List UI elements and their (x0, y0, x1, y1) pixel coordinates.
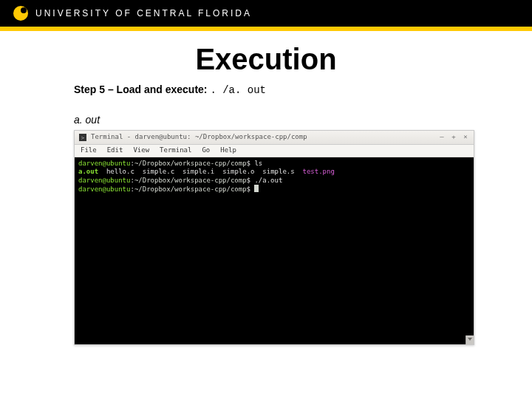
terminal-window: ＞ Terminal - darven@ubuntu: ~/Dropbox/wo… (74, 130, 474, 345)
ucf-logo-icon (13, 6, 28, 21)
terminal-line: a.out hello.c simple.c simple.i simple.o… (78, 168, 470, 176)
window-maximize-button[interactable]: + (450, 133, 457, 141)
slide-title: Execution (30, 43, 502, 76)
terminal-title-text: Terminal - darven@ubuntu: ~/Dropbox/work… (91, 133, 434, 141)
window-minimize-button[interactable]: – (438, 133, 446, 141)
terminal-scrollbar[interactable] (466, 335, 474, 344)
university-header: UNIVERSITY OF CENTRAL FLORIDA (0, 0, 532, 27)
terminal-icon: ＞ (79, 134, 86, 141)
menu-terminal[interactable]: Terminal (160, 146, 191, 154)
terminal-content[interactable]: darven@ubuntu:~/Dropbox/workspace-cpp/co… (75, 157, 474, 344)
terminal-cursor (254, 185, 259, 192)
terminal-menubar: File Edit View Terminal Go Help (75, 145, 474, 157)
file-label: a. out (74, 114, 502, 126)
menu-file[interactable]: File (81, 146, 97, 154)
menu-go[interactable]: Go (202, 146, 210, 154)
menu-view[interactable]: View (133, 146, 149, 154)
terminal-titlebar[interactable]: ＞ Terminal - darven@ubuntu: ~/Dropbox/wo… (75, 131, 474, 145)
university-name: UNIVERSITY OF CENTRAL FLORIDA (35, 8, 252, 18)
menu-edit[interactable]: Edit (107, 146, 123, 154)
terminal-line: darven@ubuntu:~/Dropbox/workspace-cpp/co… (78, 185, 470, 194)
terminal-line: darven@ubuntu:~/Dropbox/workspace-cpp/co… (78, 177, 470, 185)
window-close-button[interactable]: × (462, 133, 469, 141)
step-line: Step 5 – Load and execute: . /a. out (74, 83, 502, 96)
step-text: Step 5 – Load and execute: (74, 83, 210, 95)
slide-body: Execution Step 5 – Load and execute: . /… (0, 31, 532, 345)
step-command: . /a. out (210, 84, 266, 96)
svg-text:＞: ＞ (80, 134, 86, 141)
menu-help[interactable]: Help (220, 146, 236, 154)
terminal-line: darven@ubuntu:~/Dropbox/workspace-cpp/co… (78, 160, 470, 168)
